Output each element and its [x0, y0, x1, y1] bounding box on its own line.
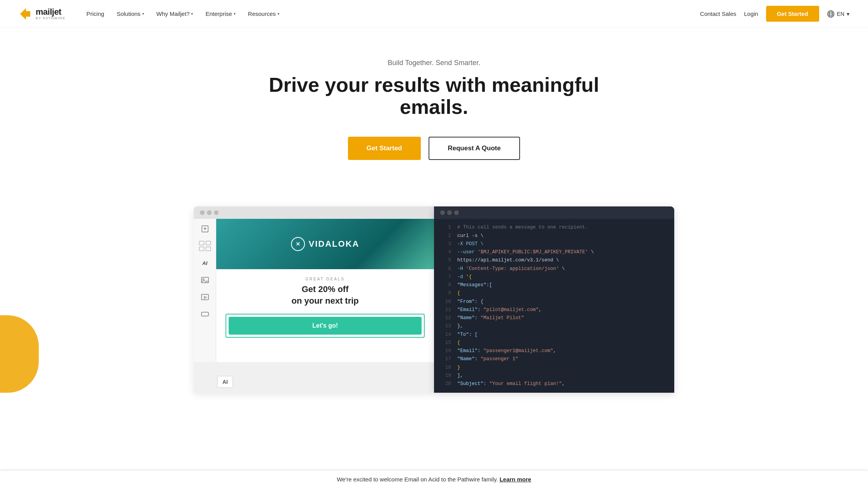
code-line: 11 "Email": "pilot@mailjet.com",	[434, 306, 674, 314]
code-line: 3 -X POST \	[434, 240, 674, 248]
code-token: \	[588, 249, 594, 255]
window-dot-2	[207, 210, 212, 215]
tool-button[interactable]	[199, 309, 211, 320]
line-code: "Name": "passenger 1"	[457, 355, 518, 363]
nav-link-solutions[interactable]: Solutions ▾	[111, 7, 150, 20]
request-quote-button[interactable]: Request A Quote	[429, 137, 520, 160]
line-number: 1	[440, 223, 451, 232]
line-code: # This call sends a message to one recip…	[457, 223, 588, 232]
code-line: 10 "From": {	[434, 298, 674, 306]
tool-ai-text[interactable]: AI	[199, 258, 211, 268]
nav-right: Contact Sales Login Get Started EN ▾	[700, 6, 849, 22]
tool-grid2[interactable]	[199, 241, 211, 251]
code-token: ,	[553, 348, 556, 354]
code-line: 6 -H 'Content-Type: application/json' \	[434, 265, 674, 273]
nav-link-why-mailjet[interactable]: Why Mailjet? ▾	[151, 7, 199, 20]
code-token: # This call sends a message to one recip…	[457, 225, 588, 230]
vidaloka-brand-name: VIDALOKA	[309, 239, 360, 249]
chevron-down-icon: ▾	[847, 11, 849, 17]
contact-sales-link[interactable]: Contact Sales	[700, 10, 736, 17]
svg-rect-11	[202, 312, 208, 316]
code-token: "Name":	[457, 315, 480, 321]
line-number: 12	[440, 314, 451, 322]
svg-rect-9	[202, 294, 208, 300]
window-dot-1	[200, 210, 205, 215]
code-token: {	[457, 340, 460, 345]
code-line: 1# This call sends a message to one reci…	[434, 223, 674, 232]
line-number: 14	[440, 331, 451, 339]
code-token: ,	[539, 307, 542, 313]
nav-links: Pricing Solutions ▾ Why Mailjet? ▾ Enter…	[81, 7, 700, 20]
code-token: -d	[457, 274, 466, 280]
code-token: {	[457, 290, 460, 296]
code-token: '{	[466, 274, 472, 280]
builder-sidebar: AI	[194, 219, 216, 362]
code-line: 5 https://api.mailjet.com/v3.1/send \	[434, 256, 674, 265]
grid-cell	[206, 247, 211, 251]
line-number: 6	[440, 265, 451, 273]
line-number: 5	[440, 256, 451, 265]
get-started-button-hero[interactable]: Get Started	[348, 137, 421, 160]
language-selector[interactable]: EN ▾	[827, 10, 849, 18]
code-panel: 1# This call sends a message to one reci…	[434, 206, 674, 393]
nav-link-enterprise[interactable]: Enterprise ▾	[200, 7, 241, 20]
logo[interactable]: mailjet by PATHWIRE	[19, 7, 65, 21]
line-code: ],	[457, 372, 463, 380]
email-preview: ✕ VIDALOKA GREAT DEALS Get 20% off on yo…	[216, 219, 434, 362]
bottom-banner: We're excited to welcome Email on Acid t…	[0, 470, 868, 488]
banner-text: We're excited to welcome Email on Acid t…	[337, 476, 498, 483]
code-line: 19 ],	[434, 372, 674, 380]
code-token: ],	[457, 373, 463, 378]
hero-buttons: Get Started Request A Quote	[16, 137, 852, 160]
email-deal-label: GREAT DEALS	[226, 277, 425, 281]
svg-rect-7	[202, 277, 208, 283]
line-number: 18	[440, 364, 451, 372]
code-line: 17 "Name": "passenger 1"	[434, 355, 674, 363]
code-line: 16 "Email": "passenger1@mailjet.com",	[434, 347, 674, 355]
tool-upload[interactable]	[199, 223, 211, 234]
line-code: "To": [	[457, 331, 478, 339]
line-code: "Email": "pilot@mailjet.com",	[457, 306, 542, 314]
code-token: curl -s \	[457, 233, 484, 239]
login-link[interactable]: Login	[744, 10, 758, 17]
line-number: 16	[440, 347, 451, 355]
grid-cell	[199, 247, 204, 251]
code-token: 'Content-Type: application/json'	[466, 266, 559, 271]
svg-marker-0	[20, 8, 30, 20]
tool-video[interactable]	[199, 292, 211, 302]
code-token: },	[457, 323, 463, 329]
code-token: https://api.mailjet.com/v3.1/send	[457, 258, 553, 263]
code-line: 4 --user '$MJ_APIKEY_PUBLIC:$MJ_APIKEY_P…	[434, 248, 674, 256]
code-token: "Your email flight plan!"	[489, 381, 562, 387]
code-token: "pilot@mailjet.com"	[484, 307, 539, 313]
line-code: "Name": "Mailjet Pilot"	[457, 314, 524, 322]
hero-tagline: Build Together. Send Smarter.	[16, 59, 852, 67]
line-code: -H 'Content-Type: application/json' \	[457, 265, 565, 273]
line-number: 20	[440, 380, 451, 388]
logo-main-text: mailjet	[36, 8, 65, 16]
code-line: 9 {	[434, 289, 674, 297]
code-body: 1# This call sends a message to one reci…	[434, 219, 674, 393]
globe-icon	[827, 10, 835, 18]
nav-link-pricing[interactable]: Pricing	[81, 7, 110, 20]
code-token: ,	[562, 381, 565, 387]
decorative-blob	[0, 315, 39, 393]
code-token: '$MJ_APIKEY_PUBLIC:$MJ_APIKEY_PRIVATE'	[478, 249, 588, 255]
nav-link-resources[interactable]: Resources ▾	[243, 7, 285, 20]
svg-marker-10	[204, 296, 207, 299]
logo-sub-text: by PATHWIRE	[36, 17, 65, 20]
banner-learn-more-link[interactable]: Learn more	[499, 476, 531, 483]
vidaloka-logo: ✕ VIDALOKA	[291, 237, 360, 251]
code-token: "Messages":[	[457, 282, 492, 288]
email-cta-button[interactable]: Let's go!	[229, 317, 422, 335]
line-code: "Email": "passenger1@mailjet.com",	[457, 347, 556, 355]
line-code: https://api.mailjet.com/v3.1/send \	[457, 256, 559, 265]
email-cta-wrapper: Let's go!	[226, 314, 425, 338]
code-token: "Name":	[457, 356, 480, 362]
tool-image[interactable]	[199, 275, 211, 285]
get-started-button-nav[interactable]: Get Started	[766, 6, 819, 22]
code-token: \	[553, 258, 559, 263]
grid-cell	[206, 241, 211, 245]
line-code: -X POST \	[457, 240, 484, 248]
line-code: "Subject": "Your email flight plan!",	[457, 380, 565, 388]
